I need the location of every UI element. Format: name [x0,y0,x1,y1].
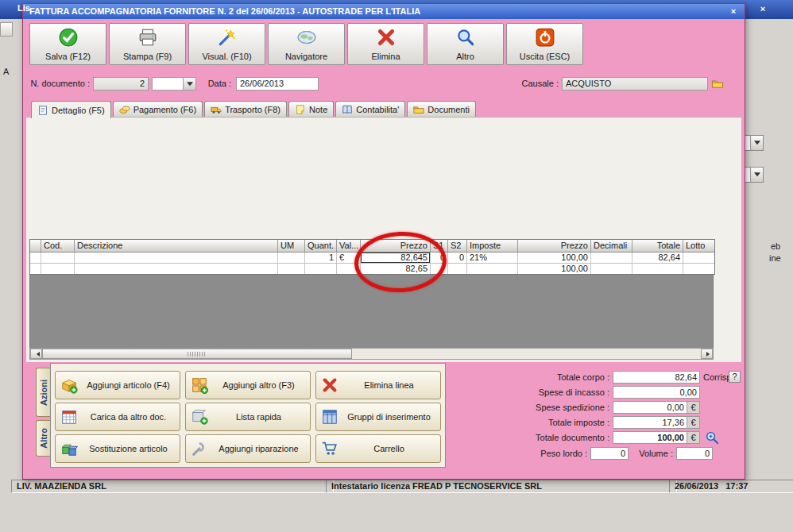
aggiungi-articolo-button[interactable]: Aggiungi articolo (F4) [55,371,180,399]
replace-article-icon [60,440,78,457]
quant-cell[interactable]: 1 [305,253,337,263]
background-combo-fragment-1[interactable] [745,135,764,151]
grid-header-cod: Cod. [41,240,75,252]
background-text-fragment-line: ine [769,253,781,263]
n-documento-field[interactable]: 2 [93,77,149,91]
decimali-cell[interactable] [591,264,632,274]
tab-azioni[interactable]: Azioni [36,368,50,417]
background-close-icon[interactable]: × [755,2,771,16]
elimina-button[interactable]: Elimina [347,23,424,65]
visual-button[interactable]: Visual. (F10) [188,23,265,65]
row-selector-cell[interactable] [30,264,41,274]
tab-azioni-label: Azioni [39,380,48,406]
imposte-cell[interactable] [467,264,518,274]
um-cell[interactable] [278,253,305,263]
data-field[interactable]: 26/06/2013 [236,77,319,91]
s2-cell[interactable] [448,264,467,274]
status-time: 17:37 [725,481,748,491]
cod-cell[interactable] [41,264,75,274]
salva-label: Salva (F12) [30,52,106,61]
horizontal-scrollbar[interactable] [29,348,714,360]
totale-cell[interactable]: 82,64 [632,253,683,263]
action-button-label: Carrello [342,444,435,453]
background-combo-fragment-2[interactable] [745,167,764,183]
carica-da-altro-doc-button[interactable]: Carica da altro doc. [55,403,180,431]
aggiungi-riparazione-button[interactable]: Aggiungi riparazione [185,434,311,463]
lotto-cell[interactable] [683,264,714,274]
quant-cell[interactable] [305,264,337,274]
navigatore-button[interactable]: Navigatore [268,23,345,65]
load-document-icon [60,408,78,426]
tab-label: Contabilita' [356,105,399,114]
um-cell[interactable] [278,264,305,274]
stampa-button[interactable]: Stampa (F9) [109,23,186,65]
totale-zoom-button[interactable] [705,430,719,445]
decimali-cell[interactable] [591,253,632,263]
altro-label: Altro [427,52,503,61]
totale-imposte-field[interactable]: 17,36€ [613,416,700,429]
scroll-right-icon[interactable] [701,349,713,359]
action-button-label: Aggiungi riparazione [212,444,305,453]
tab-contabilita[interactable]: Contabilita' [335,101,405,117]
aggiungi-altro-button[interactable]: Aggiungi altro (F3) [185,371,311,399]
elimina-linea-button[interactable]: Elimina linea [315,371,441,399]
tab-trasporto[interactable]: Trasporto (F8) [204,101,287,117]
descrizione-cell[interactable] [75,253,278,263]
descrizione-cell[interactable] [75,264,278,274]
tab-documenti[interactable]: Documenti [407,101,476,117]
spese-spedizione-field[interactable]: 0,00€ [613,401,700,414]
coins-icon [119,104,130,115]
s2-cell[interactable]: 0 [448,253,467,263]
tab-dettaglio[interactable]: Dettaglio (F5) [31,101,111,118]
peso-lordo-field[interactable]: 0 [590,447,629,460]
tab-altro-vertical[interactable]: Altro [36,420,50,457]
background-window-title: Lis [17,3,30,13]
gruppi-di-inserimento-button[interactable]: Gruppi di inserimento [315,403,441,431]
causale-label: Causale : [508,77,559,91]
tab-label: Note [309,105,327,114]
causale-field[interactable]: ACQUISTO [562,77,708,91]
salva-button[interactable]: Salva (F12) [29,23,106,65]
tab-pagamento[interactable]: Pagamento (F6) [113,101,203,117]
altro-button[interactable]: Altro [427,23,504,65]
prezzo2-cell[interactable]: 100,00 [518,253,591,263]
tab-note[interactable]: Note [288,101,334,117]
carrello-button[interactable]: Carrello [315,434,441,463]
row-selector-cell[interactable] [30,253,41,263]
close-icon[interactable]: × [727,4,740,19]
scroll-left-icon[interactable] [30,349,42,359]
help-button[interactable]: ? [729,371,741,383]
cart-icon [321,440,338,457]
dialog-titlebar: FATTURA ACCOMPAGNATORIA FORNITORE N. 2 d… [23,4,745,19]
spese-incasso-field[interactable]: 0,00 [613,386,700,399]
add-article-icon [60,376,78,394]
totale-imposte-value: 17,36 [613,417,687,428]
cod-cell[interactable] [41,253,75,263]
chevron-down-icon[interactable] [750,168,763,182]
lotto-cell[interactable] [683,253,714,263]
euro-suffix: € [687,432,699,443]
imposte-cell[interactable]: 21% [467,253,518,263]
uscita-button[interactable]: Uscita (ESC) [506,23,583,65]
chevron-down-icon[interactable] [750,136,763,150]
tab-label: Documenti [427,105,470,114]
tab-label: Trasporto (F8) [225,105,280,114]
totale-cell[interactable] [632,264,683,274]
totale-imposte-label: Totale imposte : [500,416,609,429]
form-icon [37,105,48,116]
chevron-down-icon[interactable] [183,78,195,90]
prezzo2-cell[interactable]: 100,00 [518,264,591,274]
totale-corpo-field[interactable]: 82,64 [613,371,700,384]
totale-documento-field[interactable]: 100,00€ [613,431,700,444]
n-documento-combo[interactable] [152,77,196,91]
causale-folder-button[interactable] [711,78,724,90]
scrollbar-thumb[interactable] [42,349,352,359]
status-license: Intestatario licenza FREAD P TECNOSERVIC… [326,480,677,493]
grid-header-quant: Quant. [305,240,337,252]
n-documento-label: N. documento : [28,77,90,91]
background-left-button-fragment[interactable] [0,22,13,37]
sostituzione-articolo-button[interactable]: Sostituzione articolo [55,434,180,463]
lista-rapida-button[interactable]: Lista rapida [185,403,311,431]
totale-documento-value: 100,00 [613,432,687,443]
volume-field[interactable]: 0 [676,447,713,460]
